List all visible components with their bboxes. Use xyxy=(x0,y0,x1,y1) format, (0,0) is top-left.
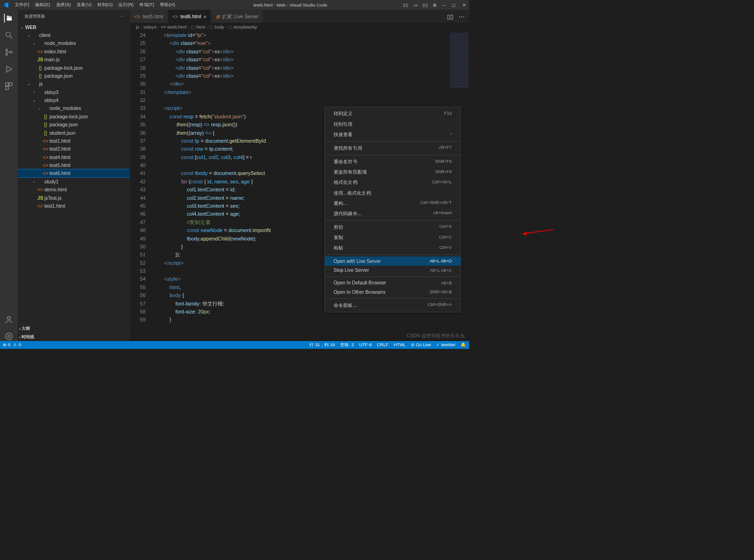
explorer-sidebar: 资源管理器 ⋯ ⌄WEB ⌄client›node_modules<>index… xyxy=(18,10,130,341)
settings-icon[interactable] xyxy=(4,332,13,341)
tree-item[interactable]: JSmain.js xyxy=(18,56,130,64)
breadcrumb-item[interactable]: stduy4 xyxy=(144,24,157,29)
tree-item[interactable]: <>test6.html xyxy=(18,169,130,177)
tree-item[interactable]: ⌄stduy4 xyxy=(18,96,130,104)
outline-section[interactable]: › 大纲 xyxy=(18,325,130,333)
context-menu-item[interactable]: 重命名符号Shift+F6 xyxy=(325,157,461,167)
more-icon[interactable]: ⋯ xyxy=(459,13,465,20)
tree-item[interactable]: <>test1.html xyxy=(18,137,130,145)
menu-item[interactable]: 文件(F) xyxy=(13,1,32,9)
menu-item[interactable]: 运行(R) xyxy=(117,1,136,9)
sidebar-title: 资源管理器 xyxy=(24,14,44,19)
watermark: CSDN @想写程序的毛毛虫 xyxy=(406,333,465,339)
status-golive[interactable]: ⊘ Go Live xyxy=(411,342,431,348)
tree-item[interactable]: <>test1.html xyxy=(18,202,130,210)
window-controls: ─ ▢ ✕ xyxy=(442,2,466,7)
tree-item[interactable]: <>index.html xyxy=(18,47,130,55)
context-menu-item[interactable]: 命令面板...Ctrl+Shift+A xyxy=(325,300,461,310)
tree-item[interactable]: {}package-lock.json xyxy=(18,64,130,72)
tree-root[interactable]: ⌄WEB xyxy=(18,23,130,31)
tab-close-icon[interactable]: × xyxy=(204,14,206,20)
vscode-logo-icon xyxy=(3,2,9,8)
layout-icon[interactable]: ▯▯ xyxy=(403,2,408,7)
menu-item[interactable]: 终端(T) xyxy=(137,1,156,9)
menu-item[interactable]: 选择(S) xyxy=(54,1,73,9)
breadcrumbs[interactable]: js›stduy4›<> test6.html›⬚ html›⬚ body›⬚ … xyxy=(130,23,469,31)
tree-item[interactable]: {}student.json xyxy=(18,129,130,137)
context-menu-item[interactable]: 转到定义F12 xyxy=(325,109,461,119)
context-menu-item[interactable]: 格式化文档Ctrl+Alt+L xyxy=(325,177,461,188)
breadcrumb-item[interactable]: html xyxy=(197,24,205,29)
search-icon[interactable] xyxy=(4,31,13,40)
minimize-icon[interactable]: ─ xyxy=(442,2,445,7)
menu-item[interactable]: 编辑(E) xyxy=(33,1,52,9)
debug-icon[interactable] xyxy=(4,65,13,73)
tree-item[interactable]: ›stduy3 xyxy=(18,88,130,96)
tree-item[interactable]: ⌄js xyxy=(18,80,130,88)
context-menu-item[interactable]: 重构...Ctrl+Shift+Alt+T xyxy=(325,198,461,208)
editor-tabs: <>test5.html<>test6.html×⊞扩展: Live Serve… xyxy=(130,10,469,23)
status-tweet[interactable]: ✓ tweitter xyxy=(436,342,455,348)
context-menu-item[interactable]: 剪切Ctrl+X xyxy=(325,222,461,233)
context-menu-item[interactable]: Open In Other BrowsersShift+Alt+B xyxy=(325,288,461,297)
breadcrumb-item[interactable]: test6.html xyxy=(168,24,187,29)
account-icon[interactable] xyxy=(4,315,13,324)
context-menu-item[interactable]: 转到引用 xyxy=(325,119,461,129)
context-menu-item[interactable]: 使用...格式化文档 xyxy=(325,188,461,198)
split-icon[interactable]: ▯▯ xyxy=(447,13,454,20)
tree-item[interactable]: {}package-lock.json xyxy=(18,112,130,120)
menu-item[interactable]: 查看(V) xyxy=(74,1,94,9)
menu-item[interactable]: 转到(G) xyxy=(95,1,115,9)
tree-item[interactable]: <>test5.html xyxy=(18,161,130,169)
context-menu-item[interactable]: Open with Live ServerAlt+L Alt+O xyxy=(325,256,461,266)
context-menu-item[interactable]: 复制Ctrl+C xyxy=(325,233,461,243)
window-title: test6.html - Web - Visual Studio Code xyxy=(177,2,403,7)
explorer-icon[interactable] xyxy=(4,14,13,22)
tree-item[interactable]: <>test2.html xyxy=(18,145,130,153)
status-warnings[interactable]: ⚠ 0 xyxy=(13,342,21,348)
close-icon[interactable]: ✕ xyxy=(462,2,466,7)
source-control-icon[interactable] xyxy=(4,48,13,57)
breadcrumb-item[interactable]: body xyxy=(214,24,224,29)
status-spaces[interactable]: 空格: 2 xyxy=(340,342,354,348)
tree-item[interactable]: {}package.json xyxy=(18,72,130,80)
context-menu-item[interactable]: 快速查看› xyxy=(325,130,461,140)
svg-marker-12 xyxy=(522,232,526,235)
status-bell-icon[interactable]: 🔔 xyxy=(461,342,466,348)
layout-icon[interactable]: ▯▯ xyxy=(423,2,428,7)
svg-point-4 xyxy=(10,51,12,53)
tree-item[interactable]: JSjsTest.js xyxy=(18,194,130,202)
context-menu-item[interactable]: Open In Default BrowserAlt+B xyxy=(325,278,461,288)
tree-item[interactable]: {}package.json xyxy=(18,121,130,129)
context-menu-item[interactable]: 查找所有引用Alt+F7 xyxy=(325,143,461,153)
context-menu-item[interactable]: 源代码操作...Alt+Insert xyxy=(325,209,461,219)
tree-item[interactable]: ›node_modules xyxy=(18,39,130,47)
maximize-icon[interactable]: ▢ xyxy=(452,2,456,7)
svg-point-10 xyxy=(6,333,12,340)
extensions-icon[interactable] xyxy=(4,82,13,91)
breadcrumb-item[interactable]: template#tp xyxy=(234,24,257,29)
tree-item[interactable]: ›study1 xyxy=(18,177,130,185)
timeline-section[interactable]: › 时间线 xyxy=(18,333,130,341)
status-position[interactable]: 行 31，列 16 xyxy=(309,342,335,348)
sidebar-header: 资源管理器 ⋯ xyxy=(18,10,130,23)
editor-tab[interactable]: <>test5.html xyxy=(130,10,168,23)
editor-tab[interactable]: ⊞扩展: Live Server xyxy=(211,10,263,23)
context-menu-item[interactable]: Stop Live ServerAlt+L Alt+C xyxy=(325,266,461,275)
status-lang[interactable]: HTML xyxy=(394,342,406,348)
menu-item[interactable]: 帮助(H) xyxy=(158,1,177,9)
context-menu-item[interactable]: 粘贴Ctrl+V xyxy=(325,243,461,253)
tree-item[interactable]: <>demo.html xyxy=(18,186,130,194)
tree-item[interactable]: <>test4.html xyxy=(18,153,130,161)
editor-tab[interactable]: <>test6.html× xyxy=(168,10,211,23)
layout-icon[interactable]: ⊞ xyxy=(433,2,437,7)
context-menu-item[interactable]: 更改所有匹配项Shift+F6 xyxy=(325,167,461,177)
tree-item[interactable]: ›node_modules xyxy=(18,104,130,112)
status-encoding[interactable]: UTF-8 xyxy=(359,342,372,348)
tree-item[interactable]: ⌄client xyxy=(18,31,130,39)
breadcrumb-item[interactable]: js xyxy=(136,24,139,29)
layout-icon[interactable]: ▭ xyxy=(414,2,418,7)
status-eol[interactable]: CRLF xyxy=(377,342,388,348)
status-errors[interactable]: ⊗ 0 xyxy=(3,342,10,348)
more-icon[interactable]: ⋯ xyxy=(119,14,124,19)
